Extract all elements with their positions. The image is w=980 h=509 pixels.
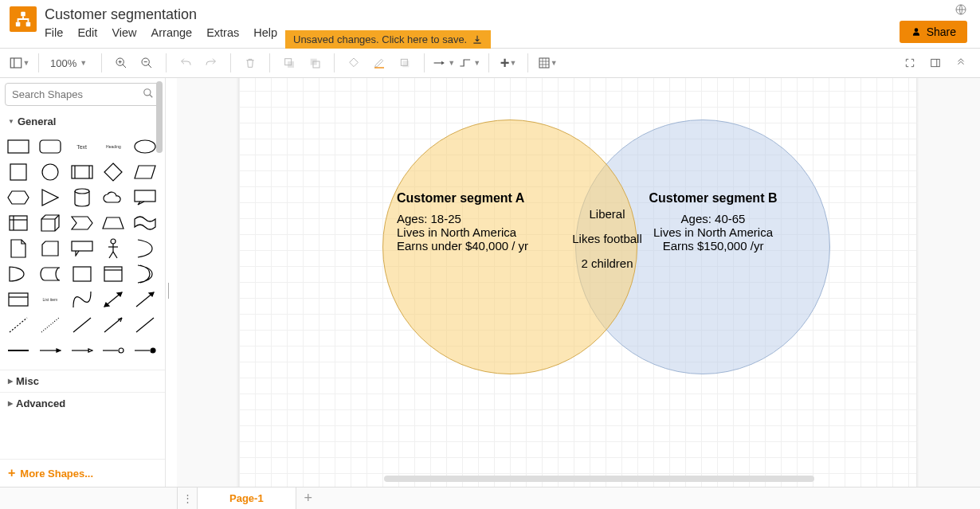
shape-actor[interactable]	[100, 237, 127, 260]
redo-button[interactable]	[200, 52, 222, 74]
shape-rectangle[interactable]	[5, 135, 32, 158]
shape-parallelogram[interactable]	[131, 161, 159, 183]
page-tab-menu-button[interactable]: ⋮	[177, 487, 198, 509]
shape-arrow-both[interactable]	[100, 288, 127, 311]
shape-square[interactable]	[5, 161, 32, 183]
segment-a-line: Ages: 18-25	[397, 212, 564, 225]
undo-button[interactable]	[174, 52, 197, 74]
shape-curve[interactable]	[69, 288, 96, 311]
shape-card[interactable]	[37, 237, 64, 260]
shape-link[interactable]	[131, 314, 159, 336]
shape-note[interactable]	[5, 237, 32, 260]
shape-container[interactable]	[69, 263, 96, 285]
language-button[interactable]	[955, 3, 967, 18]
shape-connector-4[interactable]	[100, 339, 127, 362]
shape-rounded-rectangle[interactable]	[37, 135, 64, 158]
page-tab[interactable]: Page-1	[198, 487, 296, 509]
unsaved-changes-banner[interactable]: Unsaved changes. Click here to save.	[285, 30, 491, 49]
shape-process[interactable]	[69, 161, 96, 183]
shape-or[interactable]	[131, 237, 159, 260]
shape-trapezoid[interactable]	[100, 212, 127, 234]
zoom-dropdown[interactable]: 100% ▼	[47, 57, 93, 69]
shape-internal-storage[interactable]	[5, 212, 32, 234]
more-shapes-button[interactable]: + More Shapes...	[0, 459, 165, 487]
shape-list[interactable]	[5, 288, 32, 311]
shape-line[interactable]	[69, 314, 96, 336]
title-bar: Customer segmentation File Edit View Arr…	[0, 0, 980, 48]
shape-cloud[interactable]	[100, 186, 127, 209]
palette-section-misc[interactable]: ▶Misc	[0, 370, 165, 392]
shape-connector-5[interactable]	[131, 339, 159, 362]
shape-text[interactable]: Text	[69, 135, 96, 158]
menu-help[interactable]: Help	[253, 26, 277, 39]
shape-heading[interactable]: Heading	[100, 135, 127, 158]
shape-connector-3[interactable]	[69, 339, 96, 362]
fullscreen-button[interactable]	[899, 52, 921, 74]
canvas[interactable]: Customer segment A Ages: 18-25 Lives in …	[177, 78, 980, 487]
shape-circle[interactable]	[37, 161, 64, 183]
shape-cylinder[interactable]	[69, 186, 96, 209]
shape-frame[interactable]	[100, 263, 127, 285]
shape-callout[interactable]	[131, 186, 159, 209]
line-color-button[interactable]	[368, 52, 390, 74]
fill-color-button[interactable]	[343, 52, 365, 74]
shape-triangle[interactable]	[37, 186, 64, 209]
add-page-button[interactable]: +	[296, 487, 320, 509]
segment-a-text[interactable]: Customer segment A Ages: 18-25 Lives in …	[397, 191, 564, 253]
shape-hexagon[interactable]	[5, 186, 32, 209]
shape-callout2[interactable]	[69, 237, 96, 260]
menu-view[interactable]: View	[112, 26, 136, 39]
share-button[interactable]: Share	[900, 21, 967, 43]
shape-connector-1[interactable]	[5, 339, 32, 362]
palette-section-advanced[interactable]: ▶Advanced	[0, 392, 165, 414]
shape-data-storage[interactable]	[37, 263, 64, 285]
shape-cube[interactable]	[37, 212, 64, 234]
zoom-in-button[interactable]	[110, 52, 132, 74]
svg-point-34	[42, 164, 58, 180]
trash-icon	[244, 57, 257, 69]
to-back-button[interactable]	[304, 52, 326, 74]
menu-file[interactable]: File	[45, 26, 63, 39]
menu-extras[interactable]: Extras	[206, 26, 239, 39]
sidebar-scrollbar[interactable]	[156, 81, 163, 153]
menu-arrange[interactable]: Arrange	[151, 26, 193, 39]
download-icon	[472, 34, 483, 45]
shadow-button[interactable]	[394, 52, 416, 74]
shape-arrow-open[interactable]	[100, 314, 127, 336]
collapse-button[interactable]	[950, 52, 972, 74]
canvas-horizontal-scrollbar[interactable]	[384, 476, 814, 482]
connection-style-button[interactable]: ▼	[433, 52, 455, 74]
search-shapes-input[interactable]	[5, 83, 160, 106]
delete-button[interactable]	[239, 52, 261, 74]
segment-b-text[interactable]: Customer segment B Ages: 40-65 Lives in …	[621, 191, 805, 253]
canvas-page[interactable]: Customer segment A Ages: 18-25 Lives in …	[239, 78, 916, 487]
shape-arrow[interactable]	[131, 288, 159, 311]
sidebar-splitter[interactable]	[166, 78, 177, 487]
document-title[interactable]: Customer segmentation	[45, 5, 277, 26]
shapes-sidebar: ▼General Text Heading	[0, 78, 166, 487]
menu-edit[interactable]: Edit	[77, 26, 97, 39]
search-icon	[143, 88, 154, 101]
format-panel-toggle[interactable]	[924, 52, 947, 74]
app-logo[interactable]	[10, 6, 37, 32]
zoom-out-button[interactable]	[135, 52, 158, 74]
shape-connector-2[interactable]	[37, 339, 64, 362]
to-back-icon	[308, 57, 321, 69]
shape-diamond[interactable]	[100, 161, 127, 183]
shape-half-circle[interactable]	[5, 263, 32, 285]
shape-ellipse[interactable]	[131, 135, 159, 158]
to-front-button[interactable]	[278, 52, 300, 74]
shape-tape[interactable]	[131, 212, 159, 234]
table-button[interactable]: ▼	[536, 52, 559, 74]
shape-list-item[interactable]: List item	[37, 288, 64, 311]
shape-xor[interactable]	[131, 263, 159, 285]
palette-section-general[interactable]: ▼General	[0, 111, 165, 132]
shape-step[interactable]	[69, 212, 96, 234]
venn-diagram[interactable]: Customer segment A Ages: 18-25 Lives in …	[382, 119, 829, 390]
shape-dashed-line[interactable]	[5, 314, 32, 336]
shape-dotted-line[interactable]	[37, 314, 64, 336]
svg-line-48	[113, 252, 117, 258]
insert-button[interactable]: +▼	[497, 52, 519, 74]
waypoint-style-button[interactable]: ▼	[458, 52, 480, 74]
sidebar-toggle-button[interactable]: ▼	[8, 52, 30, 74]
